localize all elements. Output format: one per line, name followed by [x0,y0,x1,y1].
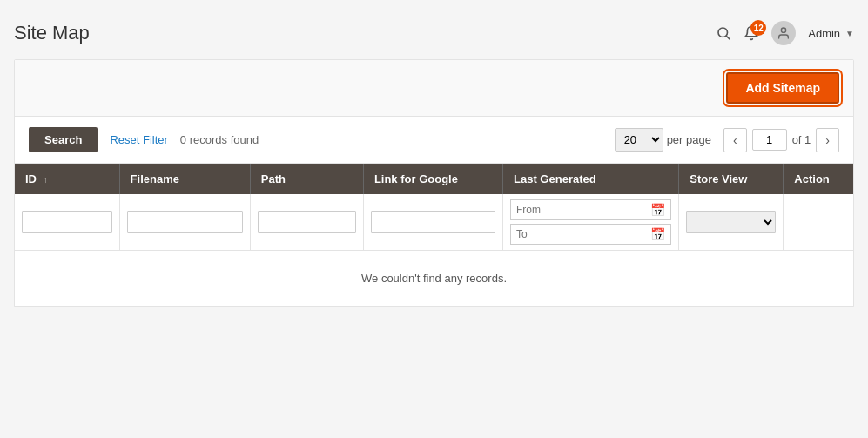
content-area: Add Sitemap Search Reset Filter 0 record… [14,59,854,307]
filter-last-generated: 📅 📅 [503,194,679,251]
per-page-select[interactable]: 20 50 100 200 [615,128,663,152]
table-wrapper: ID ↑ Filename Path Link for Google [15,164,853,307]
filter-action-empty [784,194,853,251]
filter-id [15,194,119,251]
notification-badge: 12 [750,20,766,36]
empty-message: We couldn't find any records. [15,251,853,307]
pagination-controls: ‹ of 1 › [723,128,839,152]
date-from-row: 📅 [510,199,671,220]
header-actions: 12 Admin ▼ [716,21,854,45]
header-search-button[interactable] [716,25,731,41]
col-header-filename[interactable]: Filename [119,164,250,194]
col-header-link-for-google[interactable]: Link for Google [363,164,502,194]
add-sitemap-button[interactable]: Add Sitemap [726,72,839,104]
page-number-input[interactable] [752,129,787,151]
user-name: Admin [808,27,840,40]
svg-point-2 [782,28,786,32]
col-header-id[interactable]: ID ↑ [15,164,119,194]
reset-filter-link[interactable]: Reset Filter [110,133,167,146]
search-icon [716,25,731,41]
filter-filename [119,194,250,251]
chevron-down-icon: ▼ [845,29,854,38]
col-header-path[interactable]: Path [250,164,363,194]
svg-line-1 [727,36,730,38]
col-header-action: Action [784,164,853,194]
filter-id-input[interactable] [22,211,112,233]
date-filter: 📅 📅 [510,199,671,245]
notifications-button[interactable]: 12 [744,25,759,41]
next-page-button[interactable]: › [816,128,839,152]
avatar [771,21,796,45]
content-toolbar: Add Sitemap [15,60,853,117]
per-page-label: per page [667,133,711,146]
filter-link-for-google [363,194,502,251]
date-from-input[interactable] [516,204,647,216]
user-icon [777,26,791,40]
prev-page-button[interactable]: ‹ [723,128,747,152]
col-header-store-view[interactable]: Store View [679,164,784,194]
per-page-control: 20 50 100 200 per page [615,128,711,152]
filter-filename-input[interactable] [127,211,243,233]
filter-store-view [679,194,784,251]
empty-row: We couldn't find any records. [15,251,853,307]
page-of-label: of 1 [792,133,811,146]
calendar-from-icon[interactable]: 📅 [650,203,665,217]
records-count: 0 records found [180,133,602,146]
grid-toolbar: Search Reset Filter 0 records found 20 5… [15,117,853,164]
search-button[interactable]: Search [29,127,98,152]
data-table: ID ↑ Filename Path Link for Google [15,164,853,307]
page-header: Site Map 12 [14,14,854,59]
col-header-last-generated[interactable]: Last Generated [503,164,679,194]
page-wrapper: Site Map 12 [0,0,868,438]
date-to-row: 📅 [510,224,671,245]
calendar-to-icon[interactable]: 📅 [650,227,665,241]
filter-path [250,194,363,251]
date-to-input[interactable] [516,228,647,240]
filter-path-input[interactable] [258,211,356,233]
user-menu-button[interactable]: Admin ▼ [808,27,854,40]
sort-icon: ↑ [44,175,48,185]
filter-row: 📅 📅 [15,194,853,251]
table-header-row: ID ↑ Filename Path Link for Google [15,164,853,194]
store-view-select[interactable] [686,211,776,233]
page-title: Site Map [14,22,90,44]
filter-link-input[interactable] [371,211,495,233]
